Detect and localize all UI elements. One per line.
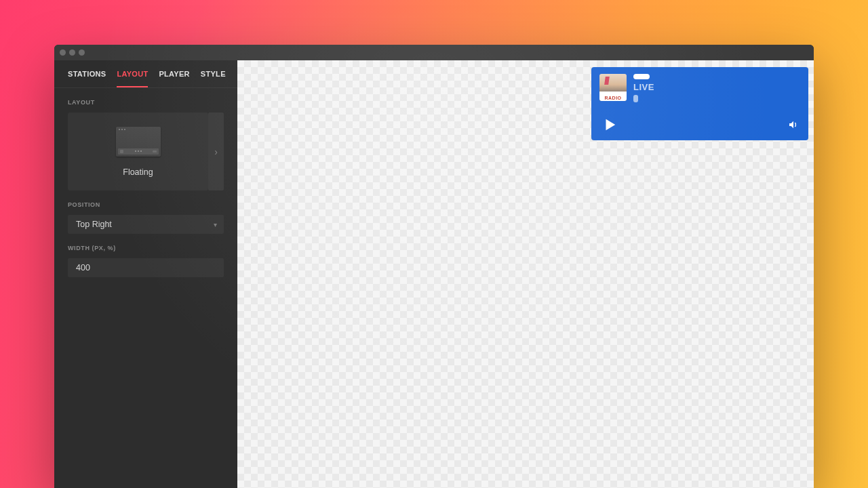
layout-thumbnail — [116, 127, 161, 157]
app-window: STATIONS LAYOUT PLAYER STYLE LAYOUT — [54, 45, 814, 488]
play-button[interactable] — [602, 117, 617, 132]
tab-layout[interactable]: LAYOUT — [117, 70, 148, 87]
layout-option-floating[interactable]: Floating — [68, 113, 208, 190]
layout-next-button[interactable]: › — [208, 113, 224, 190]
width-heading: WIDTH (PX, %) — [68, 245, 224, 251]
track-subtitle-placeholder — [633, 95, 638, 102]
volume-icon — [788, 119, 799, 130]
album-text: RADIO — [599, 96, 627, 100]
player-widget[interactable]: RADIO LIVE — [591, 67, 808, 140]
sidebar-tabs: STATIONS LAYOUT PLAYER STYLE — [54, 60, 237, 88]
layout-option-label: Floating — [123, 167, 153, 177]
position-heading: POSITION — [68, 201, 224, 208]
tab-player[interactable]: PLAYER — [159, 70, 189, 87]
width-input[interactable] — [68, 258, 224, 277]
track-title-placeholder — [633, 74, 650, 79]
volume-button[interactable] — [788, 119, 799, 130]
layout-heading: LAYOUT — [68, 99, 224, 106]
album-art: RADIO — [599, 74, 627, 101]
close-icon[interactable] — [60, 49, 66, 56]
position-select[interactable]: Top Right ▾ — [68, 215, 224, 234]
live-badge: LIVE — [633, 82, 654, 92]
chevron-right-icon: › — [214, 146, 218, 157]
tab-style[interactable]: STYLE — [201, 70, 226, 87]
tab-stations[interactable]: STATIONS — [68, 70, 106, 87]
play-icon — [602, 117, 617, 132]
position-value: Top Right — [76, 220, 112, 229]
window-titlebar — [54, 45, 814, 60]
chevron-down-icon: ▾ — [214, 221, 217, 228]
preview-canvas: RADIO LIVE — [237, 60, 814, 488]
minimize-icon[interactable] — [69, 49, 75, 56]
maximize-icon[interactable] — [79, 49, 85, 56]
sidebar: STATIONS LAYOUT PLAYER STYLE LAYOUT — [54, 60, 237, 488]
